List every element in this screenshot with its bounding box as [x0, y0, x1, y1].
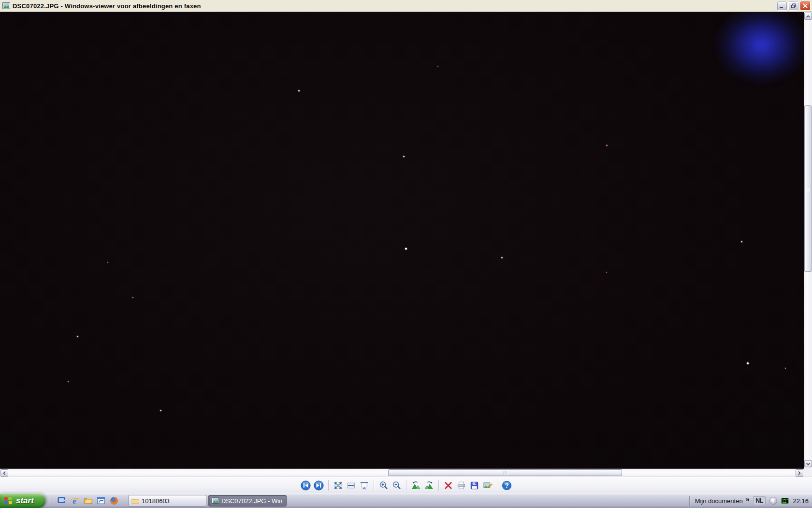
picture-viewer-icon[interactable]: [2, 2, 10, 10]
taskbar: start e: [0, 493, 812, 508]
thumb-grip: [504, 471, 507, 475]
scroll-right-button[interactable]: [796, 469, 803, 477]
viewer-window: DSC07022.JPG - Windows-viewer voor afbee…: [0, 0, 812, 508]
window-controls: [777, 1, 811, 11]
star-point: [437, 66, 438, 67]
toolbar-separator: [406, 480, 406, 491]
toolbar-separator: [497, 480, 497, 491]
svg-text:?: ?: [505, 482, 508, 489]
viewer-toolbar: ?: [0, 477, 812, 493]
task-label: 10180603: [142, 497, 170, 505]
task-label: DSC07022.JPG - Win...: [221, 497, 283, 505]
previous-image-button[interactable]: [299, 479, 312, 492]
star-point: [68, 381, 69, 382]
star-point: [741, 241, 742, 242]
vertical-scrollbar[interactable]: [804, 12, 812, 468]
star-point: [160, 410, 161, 411]
tray-divider: [689, 496, 691, 506]
star-point: [403, 156, 405, 157]
titlebar: DSC07022.JPG - Windows-viewer voor afbee…: [0, 0, 812, 12]
window-title: DSC07022.JPG - Windows-viewer voor afbee…: [13, 2, 201, 10]
scroll-left-button[interactable]: [0, 469, 8, 477]
rotate-counterclockwise-button[interactable]: [409, 479, 422, 492]
help-button[interactable]: ?: [500, 479, 513, 492]
quick-launch-bar: e: [45, 495, 122, 507]
scrollbar-corner: [804, 468, 812, 477]
star-point: [606, 272, 607, 273]
vertical-scroll-thumb[interactable]: [804, 105, 812, 272]
horizontal-scroll-thumb[interactable]: [388, 469, 622, 476]
horizontal-scrollbar[interactable]: [0, 468, 812, 477]
next-image-button[interactable]: [312, 479, 325, 492]
task-button-viewer[interactable]: DSC07022.JPG - Win...: [208, 495, 287, 507]
blue-light-blob: [715, 12, 804, 84]
star-point: [501, 257, 503, 258]
close-button[interactable]: [800, 1, 811, 11]
toolbar-separator: [438, 480, 439, 491]
image-viewport[interactable]: [0, 12, 804, 468]
internet-explorer-icon[interactable]: e: [69, 495, 80, 507]
toolbar-overflow-chevron[interactable]: »: [746, 495, 750, 503]
star-point: [107, 262, 108, 263]
documents-toolbar-label: Mijn documenten: [695, 497, 743, 505]
star-point: [785, 368, 786, 369]
start-label: start: [16, 496, 34, 506]
zoom-out-button[interactable]: [390, 479, 403, 492]
toolbar-grip[interactable]: [50, 496, 52, 506]
taskbar-clock[interactable]: 22:16: [793, 497, 809, 505]
rotate-clockwise-button[interactable]: [422, 479, 435, 492]
star-point: [132, 297, 133, 298]
print-button[interactable]: [455, 479, 468, 492]
tray-status-icon[interactable]: [781, 497, 789, 505]
thumb-grip: [806, 188, 810, 190]
delete-button[interactable]: [442, 479, 455, 492]
svg-text:e: e: [72, 496, 76, 506]
toolbar-separator: [374, 480, 374, 491]
start-button[interactable]: start: [0, 493, 45, 508]
hide-inactive-icons-button[interactable]: [769, 497, 777, 505]
save-button[interactable]: [468, 479, 481, 492]
scroll-down-button[interactable]: [804, 460, 812, 467]
task-button-folder[interactable]: 10180603: [128, 495, 206, 507]
open-folder-icon[interactable]: [82, 495, 93, 507]
slideshow-button[interactable]: [358, 479, 371, 492]
app-window-icon[interactable]: [95, 495, 106, 507]
best-fit-button[interactable]: [332, 479, 345, 492]
edit-picture-button[interactable]: [481, 479, 494, 492]
restore-button[interactable]: [788, 1, 799, 11]
system-tray: Mijn documenten » NL 22:16: [689, 493, 812, 508]
language-indicator[interactable]: NL: [753, 496, 766, 505]
toolbar-separator: [328, 480, 329, 491]
windows-flag-icon: [3, 496, 13, 506]
actual-size-button[interactable]: [345, 479, 358, 492]
star-point: [77, 336, 78, 337]
zoom-in-button[interactable]: [377, 479, 390, 492]
minimize-button[interactable]: [777, 1, 787, 11]
star-point: [606, 145, 608, 146]
show-desktop-icon[interactable]: [56, 495, 67, 507]
picture-viewer-icon: [212, 497, 219, 505]
scroll-up-button[interactable]: [804, 13, 812, 20]
folder-icon: [131, 497, 139, 505]
star-point: [747, 362, 749, 364]
star-point: [298, 90, 300, 91]
firefox-icon[interactable]: [108, 495, 119, 507]
toolbar-grip[interactable]: [122, 496, 124, 506]
star-point: [405, 248, 407, 250]
